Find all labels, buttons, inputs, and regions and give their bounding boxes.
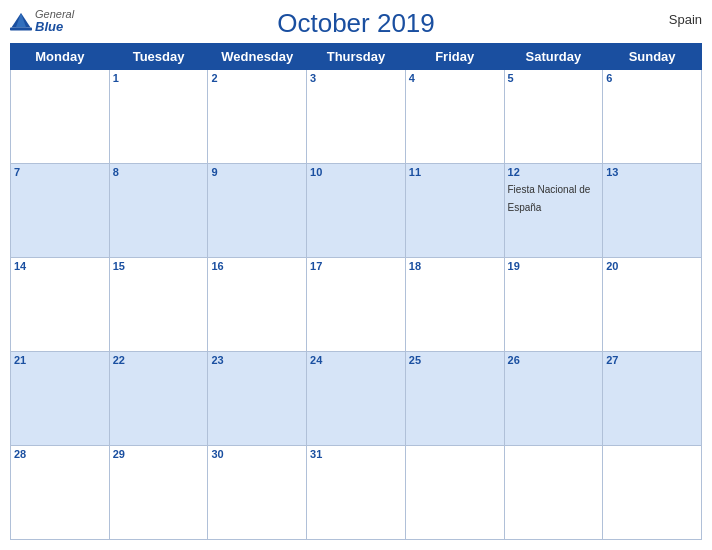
day-number: 29: [113, 448, 205, 460]
day-cell: 23: [208, 352, 307, 446]
day-number: 26: [508, 354, 600, 366]
day-cell: 22: [109, 352, 208, 446]
day-number: 9: [211, 166, 303, 178]
day-number: 7: [14, 166, 106, 178]
day-number: 19: [508, 260, 600, 272]
svg-rect-2: [10, 28, 32, 31]
day-cell: 0: [504, 446, 603, 540]
day-number: 12: [508, 166, 600, 178]
day-cell: 28: [11, 446, 110, 540]
event-label: Fiesta Nacional de España: [508, 184, 591, 213]
day-number: 1: [113, 72, 205, 84]
day-cell: 14: [11, 258, 110, 352]
day-number: 14: [14, 260, 106, 272]
day-number: 13: [606, 166, 698, 178]
day-cell: 6: [603, 70, 702, 164]
day-cell: 19: [504, 258, 603, 352]
day-number: 6: [606, 72, 698, 84]
header-tuesday: Tuesday: [109, 44, 208, 70]
day-cell: 24: [307, 352, 406, 446]
logo-icon: [10, 10, 32, 32]
header-sunday: Sunday: [603, 44, 702, 70]
day-number: 24: [310, 354, 402, 366]
day-cell: 1: [109, 70, 208, 164]
day-number: 21: [14, 354, 106, 366]
logo-text: General Blue: [35, 8, 74, 34]
day-number: 23: [211, 354, 303, 366]
day-cell: 20: [603, 258, 702, 352]
calendar-table: Monday Tuesday Wednesday Thursday Friday…: [10, 43, 702, 540]
header-thursday: Thursday: [307, 44, 406, 70]
day-cell: 21: [11, 352, 110, 446]
day-number: 3: [310, 72, 402, 84]
day-cell: 16: [208, 258, 307, 352]
calendar-container: General Blue October 2019 Spain Monday T…: [0, 0, 712, 550]
week-row-3: 14151617181920: [11, 258, 702, 352]
day-cell: 15: [109, 258, 208, 352]
day-cell: 25: [405, 352, 504, 446]
day-number: 28: [14, 448, 106, 460]
day-number: 11: [409, 166, 501, 178]
day-number: 18: [409, 260, 501, 272]
day-cell: 2: [208, 70, 307, 164]
day-cell: 5: [504, 70, 603, 164]
week-row-5: 28293031000: [11, 446, 702, 540]
day-number: 31: [310, 448, 402, 460]
day-cell: 31: [307, 446, 406, 540]
week-row-1: 0123456: [11, 70, 702, 164]
day-cell: 8: [109, 164, 208, 258]
day-cell: 4: [405, 70, 504, 164]
day-cell: 11: [405, 164, 504, 258]
logo-blue: Blue: [35, 20, 63, 34]
header-monday: Monday: [11, 44, 110, 70]
day-number: 30: [211, 448, 303, 460]
day-number: 10: [310, 166, 402, 178]
day-cell: 17: [307, 258, 406, 352]
day-cell: 12Fiesta Nacional de España: [504, 164, 603, 258]
day-number: 27: [606, 354, 698, 366]
week-row-2: 789101112Fiesta Nacional de España13: [11, 164, 702, 258]
day-cell: 9: [208, 164, 307, 258]
day-cell: 10: [307, 164, 406, 258]
day-number: 5: [508, 72, 600, 84]
day-number: 22: [113, 354, 205, 366]
day-cell: 26: [504, 352, 603, 446]
day-cell: 3: [307, 70, 406, 164]
logo: General Blue: [10, 8, 74, 34]
day-number: 25: [409, 354, 501, 366]
day-cell: 27: [603, 352, 702, 446]
calendar-title: October 2019: [277, 8, 435, 39]
header-wednesday: Wednesday: [208, 44, 307, 70]
header-friday: Friday: [405, 44, 504, 70]
day-number: 4: [409, 72, 501, 84]
day-number: 2: [211, 72, 303, 84]
day-number: 16: [211, 260, 303, 272]
country-label: Spain: [669, 12, 702, 27]
day-cell: 30: [208, 446, 307, 540]
day-cell: 13: [603, 164, 702, 258]
day-number: 15: [113, 260, 205, 272]
week-row-4: 21222324252627: [11, 352, 702, 446]
day-cell: 29: [109, 446, 208, 540]
day-cell: 0: [405, 446, 504, 540]
day-number: 20: [606, 260, 698, 272]
day-number: 8: [113, 166, 205, 178]
calendar-header: General Blue October 2019 Spain: [10, 8, 702, 39]
day-cell: 0: [603, 446, 702, 540]
day-number: 17: [310, 260, 402, 272]
day-cell: 18: [405, 258, 504, 352]
header-saturday: Saturday: [504, 44, 603, 70]
days-header-row: Monday Tuesday Wednesday Thursday Friday…: [11, 44, 702, 70]
day-cell: 0: [11, 70, 110, 164]
day-cell: 7: [11, 164, 110, 258]
